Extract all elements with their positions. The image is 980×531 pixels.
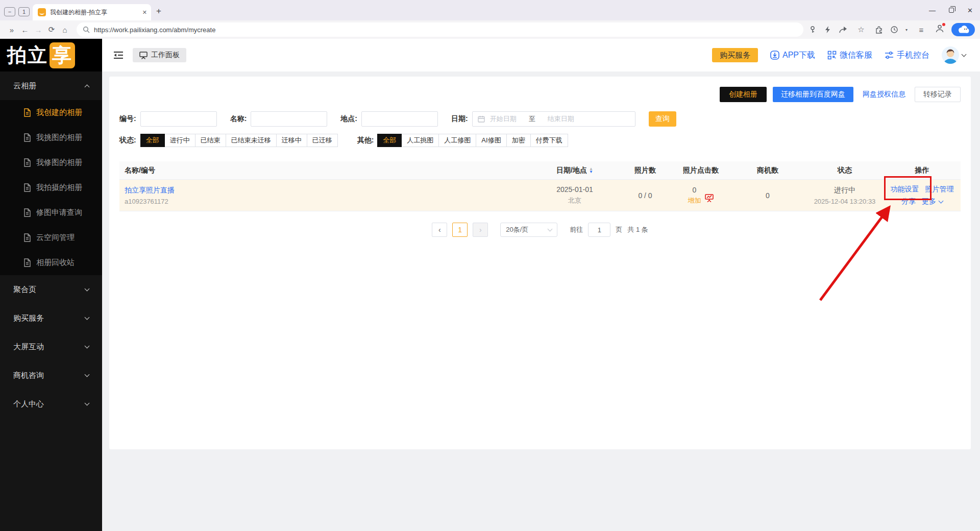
number-label: 编号: [119, 114, 136, 124]
wechat-support-link[interactable]: 微信客服 [827, 50, 872, 61]
extensions-puzzle-icon[interactable] [875, 26, 883, 34]
header-lead-count: 商机数 [729, 166, 806, 175]
other-option-all[interactable]: 全部 [377, 134, 402, 147]
goto-page-input[interactable] [588, 223, 610, 237]
sort-desc-icon[interactable]: ▼ [589, 171, 593, 174]
photo-manage-link[interactable]: 照片管理 [925, 185, 954, 194]
tab-close-icon[interactable]: ✕ [142, 9, 147, 16]
status-option-ended-unmigrated[interactable]: 已结束未迁移 [226, 134, 277, 147]
sidebar-group-big-screen[interactable]: 大屏互动 [0, 332, 102, 361]
sidebar-collapse-icon[interactable] [113, 51, 124, 59]
lightning-icon[interactable] [824, 26, 831, 34]
sidebar-group-leads[interactable]: 商机咨询 [0, 361, 102, 390]
sidebar-item-cloud-space[interactable]: 云空间管理 [0, 225, 102, 250]
logo-accent: 享 [50, 42, 75, 68]
app-header: 工作面板 购买服务 APP下载 微信客服 手机控台 [102, 39, 980, 71]
status-option-all[interactable]: 全部 [140, 134, 165, 147]
app-download-link[interactable]: APP下载 [770, 50, 815, 61]
address-bar[interactable]: https://work.pailixiang.com/abm/mycreate [77, 22, 803, 37]
user-avatar[interactable] [942, 46, 966, 64]
start-date-placeholder: 开始日期 [490, 114, 517, 124]
more-link[interactable]: 更多 [922, 197, 936, 206]
search-button[interactable]: 查询 [649, 111, 676, 127]
header-operations: 操作 [884, 166, 961, 175]
sidebar-item-my-picked-albums[interactable]: 我挑图的相册 [0, 125, 102, 150]
header-click-count: 照片点击数 [672, 166, 729, 175]
app-logo: 拍立享 [0, 39, 102, 71]
other-option-ai-retouch[interactable]: AI修图 [476, 134, 506, 147]
home-icon[interactable]: ⌂ [58, 26, 71, 34]
prev-page-button[interactable]: ‹ [432, 223, 447, 237]
page-size-select[interactable]: 20条/页 [500, 223, 557, 237]
sidebar-item-retouch-requests[interactable]: 修图申请查询 [0, 200, 102, 225]
album-list-panel: 创建相册 迁移相册到百度网盘 网盘授权信息 转移记录 编号: 名称: 地点: 日… [109, 77, 971, 449]
site-favicon-icon [38, 8, 46, 16]
logo-text: 拍立 [7, 42, 48, 68]
browser-tab[interactable]: 我创建的相册-拍立享 ✕ [33, 4, 151, 20]
album-code: a10923761172 [125, 198, 531, 205]
window-minimize-button[interactable]: — [929, 7, 936, 14]
create-album-button[interactable]: 创建相册 [720, 87, 767, 102]
add-clicks-link[interactable]: 增加 [688, 196, 701, 205]
function-settings-link[interactable]: 功能设置 [891, 185, 919, 194]
other-option-encrypted[interactable]: 加密 [506, 134, 531, 147]
other-option-paid-download[interactable]: 付费下载 [530, 134, 568, 147]
window-restore-button[interactable] [949, 8, 954, 13]
bookmark-star-icon[interactable]: ☆ [854, 25, 868, 34]
sidebar-item-my-created-albums[interactable]: 我创建的相册 [0, 100, 102, 125]
history-caret-icon[interactable]: ▾ [905, 28, 908, 32]
status-option-ongoing[interactable]: 进行中 [164, 134, 195, 147]
album-name-link[interactable]: 拍立享照片直播 [125, 186, 531, 195]
buy-service-button[interactable]: 购买服务 [712, 48, 758, 62]
next-page-button[interactable]: › [473, 223, 488, 237]
status-option-migrated[interactable]: 已迁移 [307, 134, 338, 147]
status-option-migrating[interactable]: 迁移中 [276, 134, 307, 147]
share-link[interactable]: 分享 [901, 197, 916, 206]
sidebar-group-cloud-album[interactable]: 云相册 [0, 71, 102, 100]
transfer-log-button[interactable]: 转移记录 [915, 87, 961, 102]
workboard-button[interactable]: 工作面板 [133, 48, 186, 62]
forward-icon[interactable]: → [32, 26, 45, 34]
cloud-assistant-button[interactable] [951, 23, 975, 36]
share-icon[interactable] [839, 26, 847, 34]
status-option-ended[interactable]: 已结束 [195, 134, 226, 147]
tab-counter-badge[interactable]: 1 [18, 7, 30, 16]
name-input[interactable] [251, 111, 327, 127]
window-close-button[interactable]: ✕ [967, 7, 973, 14]
page-unit-label: 页 [616, 225, 622, 234]
album-status-time: 2025-12-04 13:20:33 [806, 198, 884, 205]
sidebar-item-my-shot-albums[interactable]: 我拍摄的相册 [0, 175, 102, 200]
date-range-picker[interactable]: 开始日期 至 结束日期 [472, 111, 635, 127]
album-table: 名称/编号 日期/地点▲▼ 照片数 照片点击数 商机数 状态 操作 拍立享照片直… [119, 161, 961, 211]
sidebar-item-my-retouched-albums[interactable]: 我修图的相册 [0, 150, 102, 175]
promo-board-icon[interactable] [704, 193, 714, 203]
netdisk-auth-button[interactable]: 网盘授权信息 [860, 90, 909, 99]
current-page-button[interactable]: 1 [452, 223, 468, 237]
date-label: 日期: [451, 114, 468, 124]
browser-menu-icon[interactable]: ≡ [915, 26, 928, 34]
back-icon[interactable]: ← [18, 26, 32, 34]
download-icon [770, 51, 779, 60]
chevron-down-icon [85, 372, 90, 377]
pagination: ‹ 1 › 20条/页 前往 页 共 1 条 [119, 223, 961, 237]
reload-icon[interactable]: ⟳ [45, 25, 58, 34]
header-date-place[interactable]: 日期/地点▲▼ [531, 166, 618, 175]
chevron-down-icon [85, 401, 90, 406]
number-input[interactable] [140, 111, 217, 127]
sidebar-group-buy-service[interactable]: 购买服务 [0, 304, 102, 332]
place-input[interactable] [361, 111, 438, 127]
sidebar-group-aggregate[interactable]: 聚合页 [0, 275, 102, 304]
chevron-down-icon [85, 344, 90, 349]
history-clock-icon[interactable] [890, 26, 898, 34]
other-option-manual-retouch[interactable]: 人工修图 [438, 134, 476, 147]
migrate-to-baidu-button[interactable]: 迁移相册到百度网盘 [773, 87, 853, 102]
sidebar-group-personal[interactable]: 个人中心 [0, 390, 102, 418]
toolbar-overflow-icon[interactable]: » [5, 26, 18, 34]
browser-profile-icon[interactable] [935, 24, 944, 35]
password-key-icon[interactable] [808, 26, 817, 34]
new-tab-button[interactable]: + [156, 6, 161, 16]
other-option-manual-pick[interactable]: 人工挑图 [401, 134, 439, 147]
phone-console-link[interactable]: 手机控台 [885, 50, 929, 61]
sidebar-item-album-recycle-bin[interactable]: 相册回收站 [0, 250, 102, 275]
tab-actions-icon[interactable]: − [4, 7, 15, 16]
